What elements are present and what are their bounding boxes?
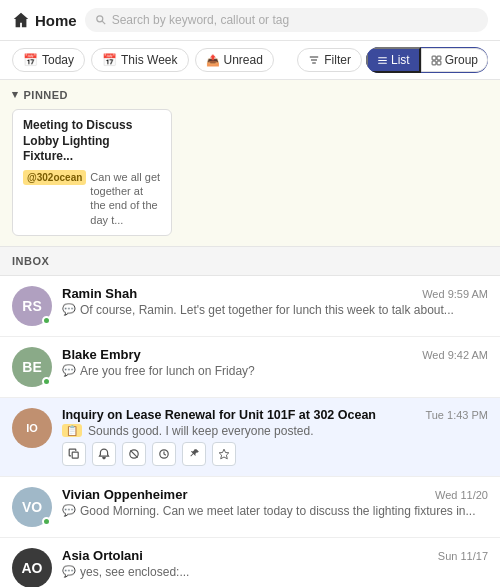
message-top: Blake Embry Wed 9:42 AM [62,347,488,362]
pinned-card[interactable]: Meeting to Discuss Lobby Lighting Fixtur… [12,109,172,236]
block-icon [128,448,140,460]
message-time: Wed 9:59 AM [422,288,488,300]
message-time: Wed 9:42 AM [422,349,488,361]
chat-bubble-icon: 💬 [62,303,76,316]
pinned-card-meta: @302ocean Can we all get together at the… [23,170,161,227]
chat-bubble-icon: 💬 [62,565,76,578]
pin-action-icon[interactable] [182,442,206,466]
message-top: Inquiry on Lease Renewal for Unit 101F a… [62,408,488,422]
table-row[interactable]: VO Vivian Oppenheimer Wed 11/20 💬 Good M… [0,477,500,538]
message-preview-text: Are you free for lunch on Friday? [80,364,255,378]
table-row[interactable]: RS Ramin Shah Wed 9:59 AM 💬 Of course, R… [0,276,500,337]
svg-rect-5 [378,57,387,58]
avatar-wrap: VO [12,487,52,527]
pinned-section: ▾ PINNED Meeting to Discuss Lobby Lighti… [0,80,500,247]
svg-rect-7 [378,62,387,63]
message-content: Asia Ortolani Sun 11/17 💬 yes, see enclo… [62,548,488,579]
message-content: Blake Embry Wed 9:42 AM 💬 Are you free f… [62,347,488,378]
table-row[interactable]: IO Inquiry on Lease Renewal for Unit 101… [0,398,500,477]
search-placeholder: Search by keyword, callout or tag [112,13,289,27]
svg-point-0 [96,16,102,22]
inbox-header: INBOX [0,247,500,276]
bell-action-icon[interactable] [92,442,116,466]
clock-action-icon[interactable] [152,442,176,466]
message-preview-text: Of course, Ramin. Let's get together for… [80,303,454,317]
inbox-list: RS Ramin Shah Wed 9:59 AM 💬 Of course, R… [0,276,500,587]
action-icons [62,442,488,466]
pin-icon [188,448,200,460]
message-sender: Inquiry on Lease Renewal for Unit 101F a… [62,408,376,422]
message-top: Asia Ortolani Sun 11/17 [62,548,488,563]
message-preview: 💬 Of course, Ramin. Let's get together f… [62,303,488,317]
today-icon: 📅 [23,53,38,67]
message-top: Ramin Shah Wed 9:59 AM [62,286,488,301]
svg-rect-9 [437,56,441,60]
svg-rect-6 [378,59,387,60]
message-sender: Vivian Oppenheimer [62,487,187,502]
message-preview-text: Good Morning. Can we meet later today to… [80,504,476,518]
message-preview: 💬 Good Morning. Can we meet later today … [62,504,488,518]
online-indicator [42,316,51,325]
star-action-icon[interactable] [212,442,236,466]
filter-icon [308,54,320,66]
toolbar-right: Filter List Group [297,47,488,73]
online-indicator [42,517,51,526]
online-indicator [42,377,51,386]
week-icon: 📅 [102,53,117,67]
view-toggle: List Group [366,47,488,73]
home-nav[interactable]: Home [12,11,77,29]
message-preview: 💬 Are you free for lunch on Friday? [62,364,488,378]
svg-rect-10 [432,61,436,65]
star-icon [218,448,230,460]
chevron-down-icon: ▾ [12,88,19,101]
bell-icon [98,448,110,460]
this-week-button[interactable]: 📅 This Week [91,48,188,72]
message-content: Ramin Shah Wed 9:59 AM 💬 Of course, Rami… [62,286,488,317]
table-row[interactable]: AO Asia Ortolani Sun 11/17 💬 yes, see en… [0,538,500,587]
svg-marker-16 [219,449,229,459]
filter-button[interactable]: Filter [297,48,362,72]
svg-rect-8 [432,56,436,60]
message-sender: Ramin Shah [62,286,137,301]
message-time: Tue 1:43 PM [425,409,488,421]
message-preview: 📋 Sounds good. I will keep everyone post… [62,424,488,438]
table-row[interactable]: BE Blake Embry Wed 9:42 AM 💬 Are you fre… [0,337,500,398]
group-view-button[interactable]: Group [421,48,488,72]
copy-action-icon[interactable] [62,442,86,466]
message-preview: 💬 yes, see enclosed:... [62,565,488,579]
avatar-wrap: BE [12,347,52,387]
message-time: Sun 11/17 [438,550,488,562]
block-action-icon[interactable] [122,442,146,466]
list-view-button[interactable]: List [366,47,421,73]
avatar-wrap: RS [12,286,52,326]
svg-line-14 [130,450,137,457]
avatar: AO [12,548,52,587]
message-preview-text: Sounds good. I will keep everyone posted… [88,424,313,438]
message-time: Wed 11/20 [435,489,488,501]
copy-icon [68,448,80,460]
pinned-card-title: Meeting to Discuss Lobby Lighting Fixtur… [23,118,161,165]
svg-rect-12 [72,452,78,458]
search-icon [95,14,107,26]
message-preview-text: yes, see enclosed:... [80,565,189,579]
search-bar[interactable]: Search by keyword, callout or tag [85,8,488,32]
chat-bubble-icon: 💬 [62,364,76,377]
pinned-tag-badge: @302ocean [23,170,86,185]
app-title: Home [35,12,77,29]
pin-badge: 📋 [62,424,82,437]
unread-button[interactable]: 📤 Unread [195,48,274,72]
group-icon [431,55,442,66]
svg-rect-11 [437,61,441,65]
app-header: Home Search by keyword, callout or tag [0,0,500,41]
message-content: Inquiry on Lease Renewal for Unit 101F a… [62,408,488,466]
clock-icon [158,448,170,460]
pinned-header[interactable]: ▾ PINNED [12,88,488,101]
pinned-card-preview: Can we all get together at the end of th… [90,170,161,227]
message-top: Vivian Oppenheimer Wed 11/20 [62,487,488,502]
avatar: IO [12,408,52,448]
avatar-wrap: AO [12,548,52,587]
today-button[interactable]: 📅 Today [12,48,85,72]
svg-line-1 [102,21,105,24]
message-sender: Asia Ortolani [62,548,143,563]
avatar-wrap: IO [12,408,52,448]
